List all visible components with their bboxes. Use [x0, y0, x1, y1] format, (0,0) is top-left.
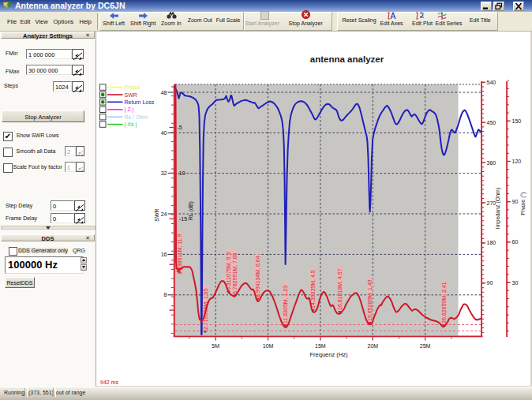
svg-text:25M: 25M [420, 343, 431, 349]
svg-text:120: 120 [512, 159, 522, 164]
svg-text:90: 90 [487, 280, 493, 286]
svg-text:-10: -10 [178, 170, 185, 176]
svg-text:-5: -5 [178, 125, 182, 130]
svg-text:Impedanz (Ohm): Impedanz (Ohm) [495, 188, 501, 230]
svg-text:8: 8 [164, 292, 167, 297]
svg-text:2.719008M, 1.05: 2.719008M, 1.05 [203, 288, 208, 330]
svg-text:RL (dB): RL (dB) [188, 201, 194, 220]
svg-text:16.81818M, 4.57: 16.81818M, 4.57 [337, 268, 343, 310]
svg-text:SWR: SWR [125, 92, 137, 98]
svg-text:antenna analyzer: antenna analyzer [310, 54, 384, 64]
svg-text:32: 32 [161, 170, 167, 176]
svg-text:Phase: Phase [125, 84, 140, 90]
svg-text:30: 30 [512, 280, 519, 286]
svg-text:6.782991M, 7.65: 6.782991M, 7.65 [232, 252, 238, 294]
svg-text:90: 90 [512, 199, 519, 204]
svg-text:60: 60 [512, 239, 519, 245]
svg-text:19.65289M, 1.49: 19.65289M, 1.49 [367, 279, 373, 321]
svg-text:40: 40 [161, 130, 167, 136]
svg-text:450: 450 [487, 120, 496, 125]
svg-text:360: 360 [487, 160, 496, 166]
svg-text:942 ms: 942 ms [100, 379, 118, 385]
svg-text:26.62659M, 2.41: 26.62659M, 2.41 [441, 282, 447, 323]
svg-text:Frequenz (Hz): Frequenz (Hz) [310, 351, 348, 358]
svg-text:20M: 20M [367, 343, 378, 349]
svg-text:180: 180 [487, 240, 496, 245]
svg-text:540: 540 [487, 80, 496, 85]
svg-text:48: 48 [161, 90, 167, 95]
svg-text:5M: 5M [212, 343, 219, 349]
svg-text:Phase (°): Phase (°) [520, 192, 526, 215]
svg-text:11.6305M, 1.23: 11.6305M, 1.23 [283, 286, 288, 323]
svg-text:16: 16 [161, 252, 167, 257]
svg-text:| Z |: | Z | [125, 107, 134, 113]
svg-text:10M: 10M [263, 343, 274, 349]
svg-text:24: 24 [161, 211, 167, 217]
svg-text:15M: 15M [315, 343, 326, 349]
svg-text:SWR: SWR [154, 208, 159, 221]
svg-text:-15: -15 [179, 216, 187, 222]
svg-text:8.994134M, 6.64: 8.994134M, 6.64 [255, 256, 260, 297]
svg-text:| Xs |: | Xs | [125, 121, 137, 128]
svg-text:150: 150 [512, 118, 522, 124]
svg-text:Rs / Ohm: Rs / Ohm [125, 114, 148, 120]
svg-text:Return Loss: Return Loss [125, 99, 155, 105]
